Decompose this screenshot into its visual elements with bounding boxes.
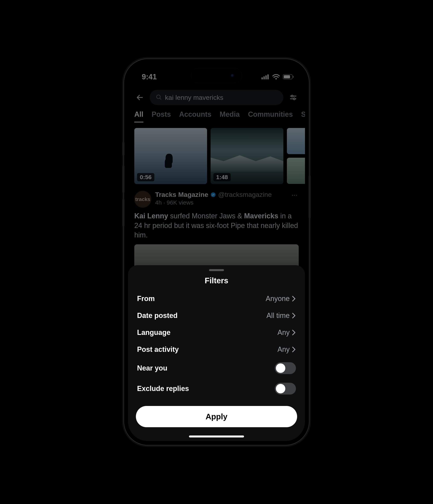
- phone-frame: 9:41: [124, 59, 309, 445]
- video-duration: 0:56: [137, 173, 154, 181]
- chevron-right-icon: [292, 330, 296, 335]
- post-author-handle[interactable]: @tracksmagazine: [218, 191, 272, 198]
- filter-label: Language: [137, 328, 171, 337]
- side-button-power: [309, 175, 311, 218]
- side-button-silence: [122, 142, 124, 155]
- home-indicator[interactable]: [189, 435, 244, 437]
- svg-line-9: [160, 98, 161, 99]
- side-button-vol-up: [122, 165, 124, 193]
- side-button-vol-down: [122, 199, 124, 226]
- filter-label: From: [137, 295, 155, 303]
- post-author-name[interactable]: Tracks Magazine: [155, 191, 208, 198]
- search-input[interactable]: [165, 94, 277, 101]
- filter-post-activity[interactable]: Post activity Any: [128, 341, 305, 358]
- search-box[interactable]: [150, 90, 283, 105]
- filter-label: Near you: [137, 364, 167, 372]
- chevron-right-icon: [292, 346, 296, 352]
- post-card[interactable]: tracks Tracks Magazine @tracksmagazine 4…: [128, 184, 305, 272]
- svg-point-12: [291, 95, 293, 97]
- tab-accounts[interactable]: Accounts: [179, 110, 211, 122]
- filter-icon-button[interactable]: [288, 92, 299, 103]
- filter-near-you: Near you: [128, 358, 305, 378]
- exclude-replies-toggle[interactable]: [275, 383, 296, 395]
- tab-communities[interactable]: Communities: [248, 110, 293, 122]
- chevron-right-icon: [292, 296, 296, 302]
- tab-media[interactable]: Media: [220, 110, 240, 122]
- filter-from[interactable]: From Anyone: [128, 290, 305, 307]
- near-you-toggle[interactable]: [275, 362, 296, 374]
- apply-button[interactable]: Apply: [136, 406, 297, 427]
- filter-language[interactable]: Language Any: [128, 324, 305, 341]
- filter-date-posted[interactable]: Date posted All time: [128, 307, 305, 324]
- filter-label: Exclude replies: [137, 385, 189, 393]
- tab-more[interactable]: S: [301, 110, 305, 122]
- video-duration: 1:48: [213, 173, 231, 181]
- video-thumbnails: 0:56 1:48: [128, 122, 305, 184]
- video-thumb-3[interactable]: [287, 128, 305, 154]
- filter-value: All time: [267, 311, 290, 320]
- sheet-grabber[interactable]: [209, 269, 224, 271]
- avatar[interactable]: tracks: [134, 191, 151, 208]
- video-thumb-4[interactable]: [287, 158, 305, 184]
- post-body: Kai Lenny surfed Monster Jaws & Maverick…: [134, 211, 299, 240]
- svg-point-13: [293, 98, 295, 100]
- filter-value: Anyone: [266, 295, 290, 303]
- post-meta-text: 4h · 96K views: [155, 199, 286, 206]
- verified-badge-icon: [210, 192, 216, 198]
- chevron-right-icon: [292, 313, 296, 319]
- tab-posts[interactable]: Posts: [152, 110, 171, 122]
- tab-all[interactable]: All: [134, 110, 143, 122]
- video-thumb-1[interactable]: 0:56: [134, 128, 207, 184]
- filter-label: Date posted: [137, 311, 178, 320]
- filters-sheet: Filters From Anyone Date posted All time…: [128, 265, 305, 441]
- filter-value: Any: [277, 328, 290, 337]
- video-thumb-2[interactable]: 1:48: [211, 128, 283, 184]
- filter-exclude-replies: Exclude replies: [128, 378, 305, 399]
- back-button[interactable]: [134, 92, 145, 103]
- search-icon: [156, 94, 162, 101]
- filter-value: Any: [277, 345, 290, 354]
- sheet-title: Filters: [128, 276, 305, 285]
- post-more-button[interactable]: ···: [290, 191, 299, 199]
- filter-label: Post activity: [137, 345, 179, 354]
- search-tabs: All Posts Accounts Media Communities S: [128, 109, 305, 122]
- screen: 9:41: [128, 63, 305, 441]
